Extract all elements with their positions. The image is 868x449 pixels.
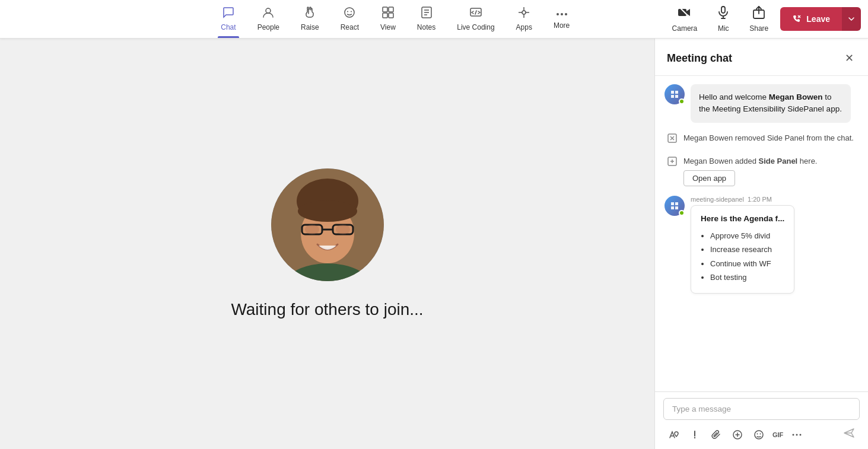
svg-rect-5 (389, 7, 393, 12)
online-status-dot-agenda (679, 210, 685, 216)
chat-nav-label: Chat (221, 23, 236, 31)
nav-item-people[interactable]: People (247, 0, 290, 38)
share-control[interactable]: Share (742, 1, 775, 37)
svg-point-19 (561, 13, 563, 15)
nav-item-notes[interactable]: Notes (406, 0, 446, 38)
agenda-message: meeting-sidepanel 1:20 PM Here is the Ag… (664, 196, 859, 294)
system-added-content: Megan Bowen added Side Panel here. Open … (683, 155, 817, 187)
svg-rect-4 (383, 7, 387, 12)
system-icon-removed (667, 133, 678, 146)
agenda-content: meeting-sidepanel 1:20 PM Here is the Ag… (691, 196, 794, 294)
camera-off-icon (678, 5, 692, 23)
main-content: Waiting for others to join... Meeting ch… (0, 39, 868, 449)
top-bar: Chat People Raise (0, 0, 868, 39)
leave-button[interactable]: Leave (780, 7, 842, 31)
chat-input-area: Type a message GIF (655, 391, 868, 449)
format-tool[interactable] (663, 426, 683, 444)
nav-item-more[interactable]: More (543, 0, 580, 38)
chat-panel: Meeting chat ✕ Hello and welcome Megan B… (654, 39, 868, 449)
share-icon (752, 5, 766, 23)
svg-point-3 (351, 11, 352, 12)
waiting-text: Waiting for others to join... (231, 300, 423, 319)
phone-icon (792, 14, 802, 24)
svg-point-1 (345, 8, 354, 17)
svg-point-38 (298, 200, 357, 222)
nav-item-view[interactable]: View (370, 0, 406, 38)
svg-point-13 (522, 11, 526, 14)
chevron-down-icon (848, 15, 855, 23)
livecoding-nav-label: Live Coding (457, 23, 494, 31)
people-nav-icon (262, 6, 275, 21)
apps-nav-label: Apps (516, 23, 532, 31)
view-nav-icon (381, 6, 395, 21)
nav-item-apps[interactable]: Apps (505, 0, 543, 38)
gif-tool[interactable]: GIF (770, 428, 786, 442)
mic-label: Mic (718, 24, 729, 33)
svg-point-54 (800, 434, 802, 435)
agenda-item-0: Approve 5% divid (710, 229, 784, 243)
leave-chevron-button[interactable] (842, 7, 861, 31)
message-input[interactable]: Type a message (663, 398, 860, 420)
agenda-item-2: Continue with WF (710, 257, 784, 270)
svg-point-2 (347, 11, 348, 12)
svg-rect-7 (389, 13, 393, 18)
svg-point-47 (694, 437, 695, 438)
svg-point-52 (793, 434, 794, 435)
svg-point-37 (336, 225, 350, 234)
online-status-dot (679, 98, 685, 104)
nav-right-controls: Camera Mic Share (665, 1, 861, 37)
more-nav-icon (555, 7, 568, 19)
svg-point-20 (565, 13, 567, 15)
agenda-sender: meeting-sidepanel (691, 196, 744, 203)
agenda-item-1: Increase research (710, 243, 784, 256)
agenda-card-title: Here is the Agenda f... (701, 214, 784, 223)
system-message-removed: Megan Bowen removed Side Panel from the … (664, 132, 859, 146)
more-nav-label: More (554, 21, 570, 30)
raise-nav-icon (303, 6, 316, 21)
react-nav-label: React (341, 23, 359, 31)
agenda-meta: meeting-sidepanel 1:20 PM (691, 196, 794, 203)
nav-item-raise[interactable]: Raise (290, 0, 330, 38)
svg-point-0 (266, 8, 271, 13)
svg-point-53 (796, 434, 798, 435)
svg-point-50 (757, 433, 758, 434)
leave-button-wrapper: Leave (780, 7, 861, 31)
svg-point-18 (557, 13, 559, 15)
share-label: Share (749, 24, 768, 33)
nav-item-livecoding[interactable]: Live Coding (446, 0, 505, 38)
open-app-button[interactable]: Open app (683, 170, 735, 186)
livecoding-nav-icon (469, 6, 482, 21)
system-message-added: Megan Bowen added Side Panel here. Open … (664, 155, 859, 187)
leave-label: Leave (806, 14, 830, 24)
participant-avatar (271, 168, 384, 281)
agenda-item-3: Bot testing (710, 270, 784, 284)
agenda-time: 1:20 PM (748, 196, 772, 203)
chat-header: Meeting chat ✕ (655, 39, 868, 76)
svg-point-36 (305, 225, 319, 234)
svg-point-51 (760, 433, 761, 434)
camera-label: Camera (672, 24, 698, 33)
nav-center: Chat People Raise (210, 0, 580, 38)
chat-toolbar: GIF (663, 425, 860, 444)
chat-nav-icon (222, 6, 235, 21)
bot-icon (669, 88, 681, 100)
mic-icon (716, 5, 730, 23)
close-chat-button[interactable]: ✕ (842, 49, 856, 67)
people-nav-label: People (257, 23, 279, 31)
mic-control[interactable]: Mic (709, 1, 737, 37)
loop-tool[interactable] (727, 426, 748, 444)
view-nav-label: View (380, 23, 396, 31)
more-tools[interactable] (787, 429, 807, 441)
system-icon-added (667, 156, 678, 169)
urgent-tool[interactable] (685, 426, 705, 444)
nav-item-react[interactable]: React (330, 0, 370, 38)
raise-nav-label: Raise (301, 23, 319, 31)
emoji-tool[interactable] (749, 426, 769, 444)
nav-item-chat[interactable]: Chat (210, 0, 246, 38)
camera-control[interactable]: Camera (665, 1, 705, 37)
system-text-removed: Megan Bowen removed Side Panel from the … (683, 132, 854, 144)
apps-nav-icon (517, 6, 530, 21)
bot-avatar (664, 84, 685, 104)
attach-tool[interactable] (706, 426, 726, 444)
send-button[interactable] (838, 425, 860, 444)
